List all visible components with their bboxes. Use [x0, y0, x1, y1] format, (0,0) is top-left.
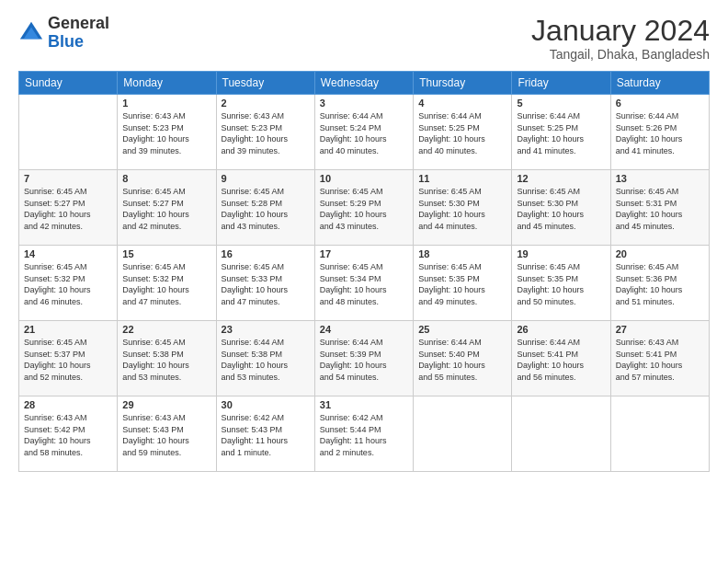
day-number: 26	[517, 324, 605, 335]
day-info: Sunrise: 6:45 AM Sunset: 5:32 PM Dayligh…	[24, 261, 112, 307]
calendar-cell: 27Sunrise: 6:43 AM Sunset: 5:41 PM Dayli…	[610, 321, 709, 396]
header-sunday: Sunday	[19, 72, 118, 95]
day-number: 1	[122, 98, 210, 109]
day-number: 3	[320, 98, 408, 109]
calendar-cell: 15Sunrise: 6:45 AM Sunset: 5:32 PM Dayli…	[118, 246, 216, 321]
calendar-cell: 30Sunrise: 6:42 AM Sunset: 5:43 PM Dayli…	[216, 396, 314, 472]
calendar-week-4: 21Sunrise: 6:45 AM Sunset: 5:37 PM Dayli…	[19, 321, 710, 396]
day-info: Sunrise: 6:44 AM Sunset: 5:25 PM Dayligh…	[418, 110, 506, 156]
calendar-cell	[19, 95, 118, 170]
day-number: 21	[24, 324, 112, 335]
day-number: 17	[320, 248, 408, 259]
day-number: 10	[320, 173, 408, 184]
logo-general: General	[48, 14, 109, 32]
day-info: Sunrise: 6:43 AM Sunset: 5:42 PM Dayligh…	[24, 412, 112, 458]
day-number: 9	[222, 173, 310, 184]
day-info: Sunrise: 6:44 AM Sunset: 5:26 PM Dayligh…	[616, 110, 704, 156]
logo-icon	[18, 20, 44, 46]
day-info: Sunrise: 6:44 AM Sunset: 5:40 PM Dayligh…	[418, 337, 506, 383]
day-info: Sunrise: 6:45 AM Sunset: 5:27 PM Dayligh…	[24, 186, 112, 232]
day-info: Sunrise: 6:44 AM Sunset: 5:24 PM Dayligh…	[320, 110, 408, 156]
calendar-cell: 20Sunrise: 6:45 AM Sunset: 5:36 PM Dayli…	[610, 246, 709, 321]
day-info: Sunrise: 6:45 AM Sunset: 5:38 PM Dayligh…	[122, 337, 210, 383]
day-info: Sunrise: 6:45 AM Sunset: 5:28 PM Dayligh…	[222, 186, 310, 232]
calendar-cell: 10Sunrise: 6:45 AM Sunset: 5:29 PM Dayli…	[314, 170, 413, 246]
day-number: 8	[122, 173, 210, 184]
calendar-cell: 8Sunrise: 6:45 AM Sunset: 5:27 PM Daylig…	[118, 170, 216, 246]
calendar-cell: 28Sunrise: 6:43 AM Sunset: 5:42 PM Dayli…	[19, 396, 118, 472]
calendar-cell	[512, 396, 610, 472]
day-info: Sunrise: 6:45 AM Sunset: 5:30 PM Dayligh…	[418, 186, 506, 232]
day-number: 23	[222, 324, 310, 335]
weekday-header-row: Sunday Monday Tuesday Wednesday Thursday…	[19, 72, 710, 95]
calendar-cell: 2Sunrise: 6:43 AM Sunset: 5:23 PM Daylig…	[216, 95, 314, 170]
calendar-cell	[610, 396, 709, 472]
calendar-cell: 3Sunrise: 6:44 AM Sunset: 5:24 PM Daylig…	[314, 95, 413, 170]
header-wednesday: Wednesday	[314, 72, 413, 95]
page: General Blue January 2024 Tangail, Dhaka…	[0, 0, 728, 563]
day-info: Sunrise: 6:43 AM Sunset: 5:43 PM Dayligh…	[122, 412, 210, 458]
calendar-cell	[414, 396, 512, 472]
calendar-cell: 11Sunrise: 6:45 AM Sunset: 5:30 PM Dayli…	[414, 170, 512, 246]
day-info: Sunrise: 6:42 AM Sunset: 5:44 PM Dayligh…	[320, 412, 408, 458]
day-info: Sunrise: 6:44 AM Sunset: 5:38 PM Dayligh…	[222, 337, 310, 383]
calendar-table: Sunday Monday Tuesday Wednesday Thursday…	[18, 71, 710, 472]
calendar-cell: 26Sunrise: 6:44 AM Sunset: 5:41 PM Dayli…	[512, 321, 610, 396]
day-info: Sunrise: 6:43 AM Sunset: 5:41 PM Dayligh…	[616, 337, 704, 383]
day-number: 29	[122, 399, 210, 410]
day-number: 25	[418, 324, 506, 335]
day-info: Sunrise: 6:44 AM Sunset: 5:41 PM Dayligh…	[517, 337, 605, 383]
day-info: Sunrise: 6:45 AM Sunset: 5:35 PM Dayligh…	[517, 261, 605, 307]
header-saturday: Saturday	[610, 72, 709, 95]
calendar-cell: 29Sunrise: 6:43 AM Sunset: 5:43 PM Dayli…	[118, 396, 216, 472]
day-info: Sunrise: 6:45 AM Sunset: 5:37 PM Dayligh…	[24, 337, 112, 383]
calendar-cell: 22Sunrise: 6:45 AM Sunset: 5:38 PM Dayli…	[118, 321, 216, 396]
day-info: Sunrise: 6:43 AM Sunset: 5:23 PM Dayligh…	[222, 110, 310, 156]
header-monday: Monday	[118, 72, 216, 95]
day-info: Sunrise: 6:45 AM Sunset: 5:27 PM Dayligh…	[122, 186, 210, 232]
day-info: Sunrise: 6:45 AM Sunset: 5:35 PM Dayligh…	[418, 261, 506, 307]
calendar-cell: 13Sunrise: 6:45 AM Sunset: 5:31 PM Dayli…	[610, 170, 709, 246]
day-number: 13	[616, 173, 704, 184]
header-thursday: Thursday	[414, 72, 512, 95]
calendar-cell: 6Sunrise: 6:44 AM Sunset: 5:26 PM Daylig…	[610, 95, 709, 170]
day-info: Sunrise: 6:43 AM Sunset: 5:23 PM Dayligh…	[122, 110, 210, 156]
calendar-cell: 9Sunrise: 6:45 AM Sunset: 5:28 PM Daylig…	[216, 170, 314, 246]
logo-blue: Blue	[48, 32, 84, 51]
day-number: 18	[418, 248, 506, 259]
day-info: Sunrise: 6:45 AM Sunset: 5:33 PM Dayligh…	[222, 261, 310, 307]
calendar-cell: 23Sunrise: 6:44 AM Sunset: 5:38 PM Dayli…	[216, 321, 314, 396]
day-number: 12	[517, 173, 605, 184]
day-info: Sunrise: 6:45 AM Sunset: 5:34 PM Dayligh…	[320, 261, 408, 307]
day-number: 31	[320, 399, 408, 410]
calendar-week-3: 14Sunrise: 6:45 AM Sunset: 5:32 PM Dayli…	[19, 246, 710, 321]
header-tuesday: Tuesday	[216, 72, 314, 95]
day-number: 16	[222, 248, 310, 259]
calendar-cell: 5Sunrise: 6:44 AM Sunset: 5:25 PM Daylig…	[512, 95, 610, 170]
day-number: 24	[320, 324, 408, 335]
calendar-week-1: 1Sunrise: 6:43 AM Sunset: 5:23 PM Daylig…	[19, 95, 710, 170]
day-number: 14	[24, 248, 112, 259]
day-number: 5	[517, 98, 605, 109]
day-number: 4	[418, 98, 506, 109]
day-info: Sunrise: 6:44 AM Sunset: 5:39 PM Dayligh…	[320, 337, 408, 383]
day-info: Sunrise: 6:45 AM Sunset: 5:32 PM Dayligh…	[122, 261, 210, 307]
calendar-cell: 17Sunrise: 6:45 AM Sunset: 5:34 PM Dayli…	[314, 246, 413, 321]
calendar-cell: 14Sunrise: 6:45 AM Sunset: 5:32 PM Dayli…	[19, 246, 118, 321]
day-number: 7	[24, 173, 112, 184]
day-info: Sunrise: 6:42 AM Sunset: 5:43 PM Dayligh…	[222, 412, 310, 458]
day-number: 20	[616, 248, 704, 259]
calendar-cell: 18Sunrise: 6:45 AM Sunset: 5:35 PM Dayli…	[414, 246, 512, 321]
day-number: 19	[517, 248, 605, 259]
logo-text: General Blue	[48, 15, 109, 52]
day-info: Sunrise: 6:45 AM Sunset: 5:36 PM Dayligh…	[616, 261, 704, 307]
day-number: 28	[24, 399, 112, 410]
day-number: 15	[122, 248, 210, 259]
day-number: 30	[222, 399, 310, 410]
day-info: Sunrise: 6:45 AM Sunset: 5:31 PM Dayligh…	[616, 186, 704, 232]
calendar-cell: 4Sunrise: 6:44 AM Sunset: 5:25 PM Daylig…	[414, 95, 512, 170]
logo: General Blue	[18, 15, 109, 52]
day-info: Sunrise: 6:45 AM Sunset: 5:30 PM Dayligh…	[517, 186, 605, 232]
day-number: 11	[418, 173, 506, 184]
calendar-cell: 16Sunrise: 6:45 AM Sunset: 5:33 PM Dayli…	[216, 246, 314, 321]
